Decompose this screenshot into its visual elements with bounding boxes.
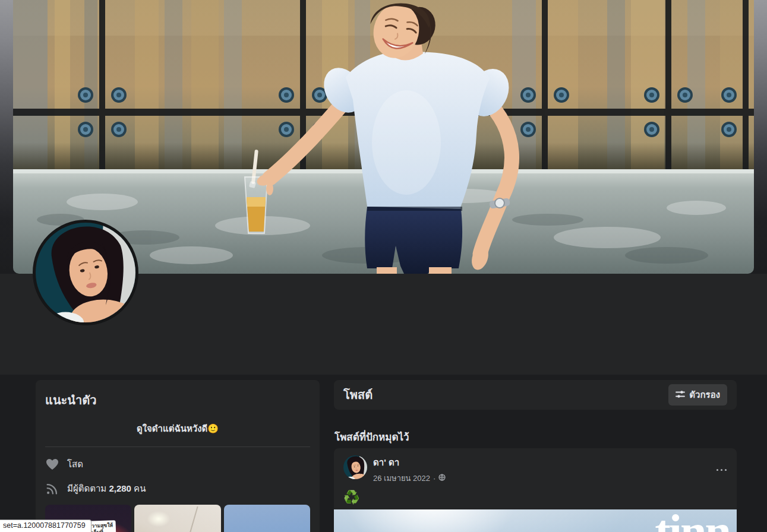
post-author-name[interactable]: ดา' ดา bbox=[373, 455, 446, 470]
photo-thumbnail-ceiling[interactable] bbox=[134, 505, 220, 532]
posts-section-title: โพสต์ bbox=[343, 385, 373, 404]
posts-header-card: โพสต์ ตัวกรอง bbox=[334, 380, 737, 410]
post-meta[interactable]: 26 เมษายน 2022 · bbox=[373, 472, 446, 484]
intro-title: แนะนำตัว bbox=[45, 391, 310, 410]
post-date: 26 เมษายน 2022 bbox=[373, 472, 430, 484]
relationship-row: โสด bbox=[45, 457, 310, 471]
globe-icon bbox=[438, 474, 446, 483]
cover-photo[interactable] bbox=[13, 0, 754, 274]
relationship-status: โสด bbox=[67, 457, 83, 471]
filters-button-label: ตัวกรอง bbox=[689, 388, 720, 402]
followers-rss-icon bbox=[45, 482, 59, 496]
post-image[interactable]: tinn bbox=[334, 509, 737, 532]
post-meta-separator: · bbox=[433, 474, 435, 483]
post-more-icon bbox=[721, 469, 723, 471]
pinned-posts-label: โพสต์ที่ปักหมุดไว้ bbox=[334, 429, 409, 445]
browser-status-url-tooltip: set=a.120007881770759 bbox=[0, 520, 91, 532]
heart-icon bbox=[45, 457, 59, 471]
intro-card: แนะนำตัว ดูใจดำแต่ฉันหวังดี🙂 โสด มีผู้ติ… bbox=[36, 380, 320, 532]
post-author-avatar[interactable] bbox=[343, 455, 367, 479]
pinned-post-card: ดา' ดา 26 เมษายน 2022 · ♻️ tinn bbox=[334, 448, 737, 532]
filter-sliders-icon bbox=[676, 390, 685, 401]
intro-divider bbox=[45, 446, 310, 447]
post-more-button[interactable] bbox=[716, 464, 728, 476]
post-author-avatar-image bbox=[343, 455, 367, 479]
post-author-block: ดา' ดา 26 เมษายน 2022 · bbox=[373, 455, 446, 484]
profile-picture[interactable] bbox=[33, 220, 138, 325]
followers-text: มีผู้ติดตาม 2,280 คน bbox=[67, 482, 146, 496]
cover-photo-illustration bbox=[13, 0, 754, 274]
photo-thumbnail-sky[interactable] bbox=[224, 505, 310, 532]
post-image-watermark: tinn bbox=[655, 505, 730, 532]
followers-count: 2,280 bbox=[109, 483, 131, 493]
intro-bio: ดูใจดำแต่ฉันหวังดี🙂 bbox=[45, 422, 310, 436]
followers-row: มีผู้ติดตาม 2,280 คน bbox=[45, 482, 310, 496]
filters-button[interactable]: ตัวกรอง bbox=[668, 384, 727, 406]
profile-picture-image bbox=[36, 223, 135, 322]
post-header: ดา' ดา 26 เมษายน 2022 · bbox=[334, 448, 737, 484]
